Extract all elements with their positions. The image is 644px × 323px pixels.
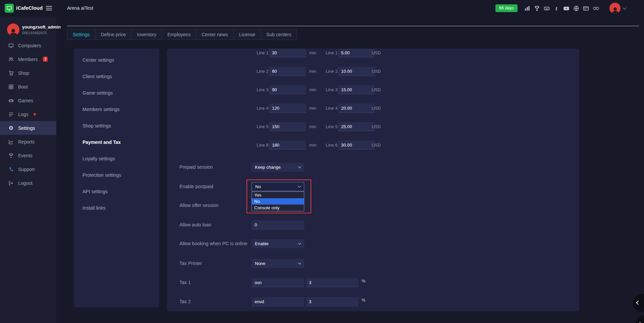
settings-nav-api-settings[interactable]: API settings: [74, 183, 159, 200]
partners-icon[interactable]: [593, 5, 599, 11]
boot-icon: [8, 84, 14, 90]
sidebar-item-games[interactable]: Games: [0, 94, 56, 107]
settings-nav-install-links[interactable]: Install links: [74, 200, 159, 216]
sidebar-user-name: youngzsoft_admin: [22, 24, 61, 30]
line5-price-input[interactable]: [338, 122, 375, 131]
line-row-4: Line 4 min Line 4 USD: [167, 104, 579, 113]
postpaid-option-no[interactable]: No: [252, 198, 304, 205]
tax2-rate-input[interactable]: [306, 297, 359, 306]
enable-postpaid-select[interactable]: No: [252, 182, 304, 191]
collapse-panel-button[interactable]: [633, 294, 644, 312]
sidebar-item-shop[interactable]: Shop: [0, 66, 56, 80]
settings-nav-loyalty-settings[interactable]: Loyalty settings: [74, 150, 159, 167]
tab-sub-centers[interactable]: Sub centers: [261, 29, 297, 40]
settings-nav-game-settings[interactable]: Game settings: [74, 85, 159, 101]
settings-nav-protection-settings[interactable]: Protection settings: [74, 167, 159, 183]
line2-price-input[interactable]: [338, 67, 375, 76]
line4-price-input[interactable]: [338, 104, 375, 113]
billing-icon[interactable]: [583, 5, 589, 11]
facebook-icon[interactable]: f: [553, 5, 559, 11]
allow-booking-value: Enable: [255, 241, 268, 246]
settings-nav-members-settings[interactable]: Members settings: [74, 101, 159, 117]
payment-tax-panel: Line 1 min Line 1 USD Line 2 min Line 2 …: [167, 49, 579, 311]
line5-minutes-input[interactable]: [269, 122, 306, 131]
gear-icon: ⚙: [8, 125, 14, 131]
sidebar-item-computers[interactable]: Computers: [0, 39, 56, 52]
line6-price-unit: USD: [372, 141, 381, 150]
sidebar: youngzsoft_admin 005193482475 Computers …: [0, 16, 56, 323]
line6-minutes-input[interactable]: [269, 141, 306, 150]
prepaid-session-value: Keep change: [255, 165, 281, 170]
line3-min-unit: min: [309, 85, 316, 94]
line5-price-label: Line 5: [326, 122, 337, 131]
line3-price-input[interactable]: [338, 85, 375, 94]
tab-employees[interactable]: Employees: [162, 29, 196, 40]
tax1-name-input[interactable]: [252, 278, 304, 287]
postpaid-option-yes[interactable]: Yes: [252, 192, 304, 198]
line2-minutes-input[interactable]: [269, 67, 306, 76]
sidebar-item-reports[interactable]: Reports: [0, 135, 56, 149]
app-logo-icon[interactable]: [5, 4, 14, 13]
tab-settings[interactable]: Settings: [67, 29, 96, 40]
sidebar-item-logs[interactable]: Logs: [0, 107, 56, 121]
line2-label: Line 2: [257, 67, 268, 76]
gamepad-icon: [8, 98, 14, 103]
allow-auto-loan-label: Allow auto loan: [179, 220, 211, 229]
line-row-2: Line 2 min Line 2 USD: [167, 67, 579, 76]
sidebar-item-members[interactable]: Members 2: [0, 52, 56, 66]
sidebar-item-label: Computers: [18, 43, 41, 48]
chart-icon: [8, 139, 14, 145]
line3-minutes-input[interactable]: [269, 85, 306, 94]
console-icon[interactable]: [544, 5, 550, 11]
line4-minutes-input[interactable]: [269, 104, 306, 113]
postpaid-option-console-only[interactable]: Console only: [252, 205, 304, 211]
sidebar-item-support[interactable]: Support: [0, 162, 56, 176]
enable-postpaid-label: Enable postpaid: [179, 182, 213, 191]
line1-minutes-input[interactable]: [269, 49, 306, 57]
line3-price-label: Line 3: [326, 85, 337, 94]
prepaid-session-select[interactable]: Keep change: [252, 163, 304, 172]
settings-nav-payment-and-tax[interactable]: Payment and Tax: [74, 134, 159, 150]
logout-icon: [8, 180, 14, 186]
collapse-panel-button-2[interactable]: [635, 315, 644, 323]
chevron-down-icon: [298, 184, 301, 188]
tab-license[interactable]: License: [234, 29, 261, 40]
topbar: iCafeCloud Arena aiTest 66 days f: [0, 0, 644, 16]
website-icon[interactable]: [573, 5, 579, 11]
settings-nav-shop-settings[interactable]: Shop settings: [74, 117, 159, 134]
sidebar-item-label: Games: [18, 98, 33, 103]
license-days-badge[interactable]: 66 days: [495, 4, 518, 12]
users-icon: [8, 57, 14, 62]
line4-min-unit: min: [309, 104, 316, 113]
tax2-name-input[interactable]: [252, 297, 304, 306]
stats-icon[interactable]: [524, 5, 530, 11]
sidebar-user-avatar[interactable]: [7, 23, 19, 36]
youtube-icon[interactable]: [563, 5, 570, 11]
allow-booking-select[interactable]: Enable: [252, 239, 304, 248]
user-avatar[interactable]: [609, 3, 621, 14]
line4-price-label: Line 4: [326, 104, 337, 113]
settings-nav-center-settings[interactable]: Center settings: [74, 52, 159, 68]
caret-down-icon[interactable]: [623, 6, 626, 9]
line5-label: Line 5: [257, 122, 268, 131]
line1-min-unit: min: [309, 49, 316, 57]
tax-printer-select[interactable]: None: [252, 259, 304, 268]
sidebar-item-boot[interactable]: Boot: [0, 80, 56, 94]
tab-inventory[interactable]: Inventory: [131, 29, 162, 40]
line4-price-unit: USD: [372, 104, 381, 113]
settings-nav-client-settings[interactable]: Client settings: [74, 68, 159, 85]
line1-price-input[interactable]: [338, 49, 375, 57]
sidebar-item-events[interactable]: Events: [0, 149, 56, 162]
tax-printer-value: None: [255, 261, 265, 266]
sidebar-user-id: 005193482475: [22, 31, 47, 35]
tab-center-news[interactable]: Center news: [196, 29, 234, 40]
tournament-icon[interactable]: [534, 5, 540, 11]
tab-define-price[interactable]: Define price: [96, 29, 132, 40]
allow-auto-loan-input[interactable]: [252, 220, 304, 229]
menu-toggle-icon[interactable]: [46, 6, 52, 11]
sidebar-item-logout[interactable]: Logout: [0, 176, 56, 190]
sidebar-item-settings[interactable]: ⚙ Settings: [0, 121, 56, 135]
tax1-rate-input[interactable]: [306, 278, 359, 287]
line6-price-input[interactable]: [338, 141, 375, 150]
svg-text:f: f: [556, 6, 558, 11]
